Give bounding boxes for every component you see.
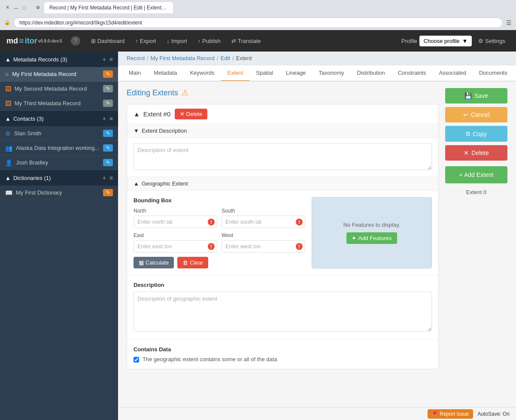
nav-publish-label: Publish [202, 38, 221, 44]
breadcrumb-record[interactable]: Record [127, 55, 145, 61]
tab-documents[interactable]: Documents [473, 65, 514, 82]
clear-btn[interactable]: 🗑 Clear [177, 257, 208, 268]
sidebar-metadata-header[interactable]: ▲ Metadata Records (3) + ≡ [0, 52, 118, 67]
save-btn[interactable]: 💾 Save [445, 88, 507, 103]
breadcrumb-sep2: / [217, 55, 219, 61]
extent-delete-btn[interactable]: ✕ Delete [175, 109, 207, 119]
calculate-btn[interactable]: ▦ Calculate [134, 257, 174, 268]
north-input[interactable] [134, 216, 217, 228]
geo-collapse-icon[interactable]: ▲ [134, 180, 139, 187]
sidebar-add-dict-icon[interactable]: + [103, 174, 106, 181]
page-content: Editing Extents ⚠ ▲ Extent #0 ✕ Delete [118, 82, 516, 407]
calculate-label: Calculate [146, 259, 169, 266]
breadcrumb-my-record[interactable]: My First Metadata Record [151, 55, 215, 61]
sidebar-metadata-title: Metadata Records (3) [13, 56, 67, 63]
record1-edit-btn[interactable]: ✎ [103, 70, 113, 78]
contact1-edit-btn[interactable]: ✎ [103, 130, 113, 137]
content-area: ▲ Metadata Records (3) + ≡ ≡ My First Me… [0, 52, 516, 420]
dict1-label: My First Dictionary [16, 189, 103, 196]
sidebar-menu-dict-icon[interactable]: ≡ [109, 174, 113, 181]
right-delete-label: Delete [471, 149, 489, 156]
browser-min-btn[interactable]: — [13, 5, 19, 11]
west-input[interactable] [222, 240, 305, 253]
breadcrumb-edit[interactable]: Edit [221, 55, 230, 61]
tab-distribution[interactable]: Distribution [351, 65, 392, 82]
tab-constraints[interactable]: Constraints [392, 65, 433, 82]
sidebar-item-stan-smith[interactable]: ⚙ Stan Smith ✎ [0, 126, 118, 141]
publish-icon: ↑ [198, 38, 201, 44]
nav-dashboard-label: Dashboard [97, 38, 125, 44]
browser-url-text: https://dev.mdeditor.org/#/record/0kgv15… [19, 20, 142, 26]
east-input[interactable] [134, 240, 217, 253]
south-label: South [222, 208, 305, 214]
cancel-btn[interactable]: ↩ Cancel [445, 107, 507, 122]
nav-brand: md≡itor v0.9.0-dev.5 [6, 36, 62, 46]
browser-close-btn[interactable]: ✕ [4, 5, 10, 11]
contains-checkbox[interactable] [134, 357, 139, 362]
report-issue-btn[interactable]: 🚩 Report Issue [428, 409, 473, 419]
browser-max-btn[interactable]: □ [21, 5, 27, 11]
contains-checkbox-wrap[interactable]: The geographic extent contains some or a… [134, 356, 432, 362]
sidebar-item-josh-bradley[interactable]: 👤 Josh Bradley ✎ [0, 155, 118, 170]
choose-profile-btn[interactable]: Choose profile ▼ [419, 36, 472, 46]
nav-publish[interactable]: ↑ Publish [194, 35, 225, 47]
tab-further[interactable]: Fu... [514, 65, 516, 82]
main-content: Editing Extents ⚠ ▲ Extent #0 ✕ Delete [127, 88, 439, 401]
geo-desc-textarea[interactable] [134, 292, 432, 332]
copy-btn[interactable]: ⧉ Copy [445, 126, 507, 142]
sidebar-item-alaska-data[interactable]: 👥 Alaska Data Integration working... ✎ [0, 141, 118, 155]
nav-dashboard[interactable]: ⊞ Dashboard [87, 35, 129, 47]
sidebar-contacts-header[interactable]: ▲ Contacts (3) + ≡ [0, 111, 118, 126]
clear-label: Clear [190, 259, 203, 266]
add-features-label: Add Features [358, 235, 392, 241]
nav-export[interactable]: ↑ Export [131, 35, 160, 47]
record3-edit-btn[interactable]: ✎ [103, 100, 113, 107]
tab-lineage[interactable]: Lineage [279, 65, 312, 82]
dict1-edit-btn[interactable]: ✎ [103, 189, 113, 196]
extent-desc-collapse-icon[interactable]: ▼ [134, 128, 139, 134]
tab-keywords[interactable]: Keywords [183, 65, 221, 82]
record2-edit-btn[interactable]: ✎ [103, 85, 113, 92]
sidebar-item-third-record[interactable]: 🖼 My Third Metadata Record ✎ [0, 96, 118, 111]
extent-collapse-icon[interactable]: ▲ [134, 110, 140, 118]
add-extent-btn[interactable]: + Add Extent [445, 166, 507, 183]
sidebar-item-first-record[interactable]: ≡ My First Metadata Record ✎ [0, 67, 118, 82]
nav-help-btn[interactable]: ? [71, 36, 80, 46]
contact1-label: Stan Smith [14, 130, 103, 137]
tab-metadata[interactable]: Metadata [147, 65, 183, 82]
contains-checkbox-label: The geographic extent contains some or a… [143, 356, 277, 362]
add-features-btn[interactable]: ✦ Add Features [346, 232, 397, 244]
record3-label: My Third Metadata Record [15, 100, 103, 107]
sidebar-add-contact-icon[interactable]: + [103, 115, 106, 122]
sidebar-dictionaries-header[interactable]: ▲ Dictionaries (1) + ≡ [0, 170, 118, 186]
sidebar-add-metadata-icon[interactable]: + [103, 56, 106, 63]
tab-taxonomy[interactable]: Taxonomy [312, 65, 350, 82]
tab-spatial[interactable]: Spatial [249, 65, 279, 82]
sidebar-menu-contact-icon[interactable]: ≡ [109, 115, 113, 122]
browser-addressbar: 🔒 https://dev.mdeditor.org/#/record/0kgv… [0, 15, 516, 30]
choose-profile-label: Choose profile [424, 38, 460, 44]
sidebar-item-first-dict[interactable]: 📖 My First Dictionary ✎ [0, 186, 118, 200]
extent-delete-label: ✕ Delete [180, 111, 202, 117]
right-delete-btn[interactable]: ✕ Delete [445, 145, 507, 161]
contact2-edit-btn[interactable]: ✎ [103, 144, 113, 152]
tab-main[interactable]: Main [122, 65, 147, 82]
south-input[interactable] [222, 216, 305, 228]
copy-icon: ⧉ [466, 130, 470, 137]
browser-url-bar[interactable]: https://dev.mdeditor.org/#/record/0kgv15… [14, 18, 503, 28]
app-container: md≡itor v0.9.0-dev.5 ? ⊞ Dashboard ↑ Exp… [0, 30, 516, 420]
contains-data-section: Contains Data The geographic extent cont… [127, 339, 438, 369]
nav-import[interactable]: ↓ Import [162, 35, 191, 47]
settings-nav[interactable]: ⚙ Settings [474, 35, 510, 47]
sidebar-item-second-record[interactable]: 🖼 My Second Metadata Record ✎ [0, 82, 118, 96]
south-error-icon: ! [296, 219, 303, 225]
geo-body: Bounding Box North ! [127, 191, 438, 275]
contact3-edit-btn[interactable]: ✎ [103, 159, 113, 166]
tab-associated[interactable]: Associated [432, 65, 473, 82]
browser-tab[interactable]: Record | My First Metadata Record | Edit… [44, 2, 173, 13]
extent-header: ▲ Extent #0 ✕ Delete [127, 104, 438, 124]
tab-extent[interactable]: Extent [221, 65, 249, 82]
sidebar-menu-metadata-icon[interactable]: ≡ [109, 56, 113, 63]
extent-desc-textarea[interactable] [134, 143, 432, 170]
nav-translate[interactable]: ⇄ Translate [227, 35, 265, 47]
